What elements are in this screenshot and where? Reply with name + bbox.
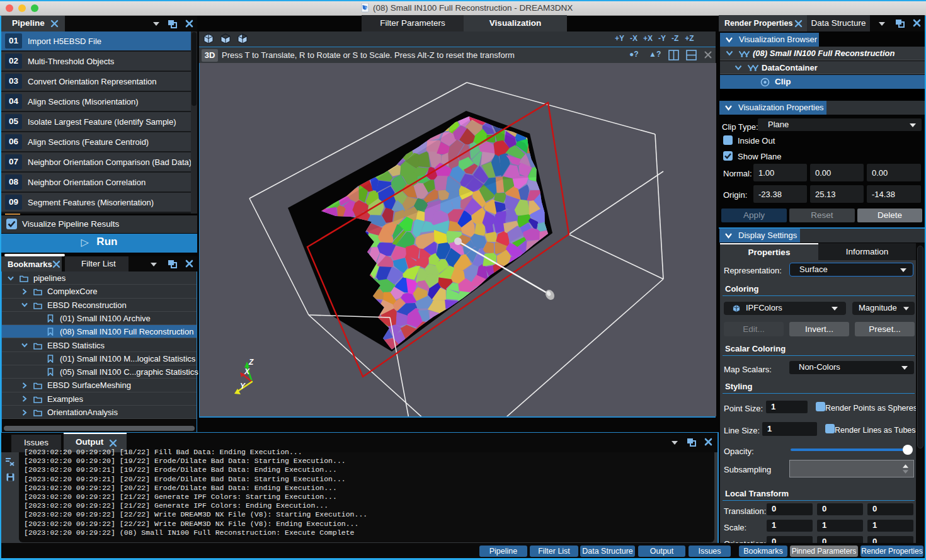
svg-text:X: X <box>244 367 250 376</box>
svg-text:Z: Z <box>248 358 254 367</box>
svg-text:Y: Y <box>240 382 246 391</box>
